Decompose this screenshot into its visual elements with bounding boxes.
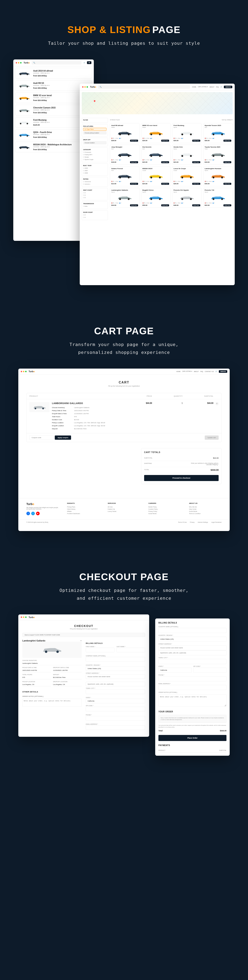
footer-link[interactable]: Social Media (189, 510, 222, 512)
book-button[interactable]: Book Now (192, 183, 200, 185)
book-button[interactable]: Book Now (192, 204, 200, 206)
coupon-input[interactable] (29, 435, 54, 440)
remove-button[interactable]: ✕ (215, 402, 219, 405)
nav-about[interactable]: ABOUT (210, 86, 214, 88)
state-select[interactable]: California (158, 668, 192, 673)
list-item[interactable]: Audi 2019 A4 allroad ★★★★★ · 100% trip ★… (15, 68, 92, 79)
filter-dropoff[interactable]: Choose location (83, 141, 106, 144)
coupon-banner[interactable]: Have a coupon? CLICK HERE TO ENTER YOUR … (22, 633, 145, 637)
car-card[interactable]: Toyota Tacoma 2023Truck ⛽ 90L⚙ Auto👥 4 $… (203, 145, 233, 165)
footer-link[interactable]: Client History (67, 508, 100, 510)
car-card[interactable]: Subaru ForrestSUV ⛽ 90L⚙ Auto👥 4 $12.00B… (110, 166, 139, 186)
filter-pickup2[interactable]: Choose pickup location (83, 131, 106, 134)
car-card[interactable]: Audi R8 allroadSedan ⛽ 90L⚙ Auto👥 4 $28.… (110, 123, 139, 143)
footer-link[interactable]: Cookies Policy (148, 508, 181, 510)
book-button[interactable]: Book Now (223, 140, 231, 142)
country-select[interactable]: United States (US) (158, 636, 226, 642)
filter-pickup[interactable]: Co Type Place (83, 128, 106, 131)
filter-category[interactable]: ☐ Crossover (83, 151, 106, 154)
nav-listing[interactable]: CAR LISTING ▾ (198, 86, 208, 88)
book-button[interactable]: Book Now (130, 140, 138, 142)
footer-link[interactable]: Frontend Dashboard (67, 512, 100, 515)
apply-coupon-button[interactable]: Apply coupon (55, 436, 71, 440)
nav-faq[interactable]: FAQ (216, 86, 219, 88)
footer-link[interactable]: Who We Are (189, 506, 222, 508)
footer-link[interactable]: Terms & Condition (189, 512, 222, 515)
twitter-icon[interactable]: t (31, 512, 35, 515)
car-card[interactable]: Bugatti ChironSports ⛽ 90L⚙ Auto👥 4 $50.… (141, 188, 171, 208)
phone-input[interactable] (158, 676, 226, 681)
cart-icon[interactable]: 🛒 (215, 371, 217, 372)
book-button[interactable]: Book Now (130, 204, 138, 206)
car-card[interactable]: Ford MustangSports ⛽ 90L⚙ Auto👥 4 $20.00… (172, 123, 202, 143)
footer-link[interactable]: Pricing Plans (67, 506, 100, 508)
item-qty[interactable]: 1 (152, 402, 183, 404)
sort-dropdown[interactable]: Sort by: Default ▾ (222, 119, 233, 121)
car-card[interactable]: Porsche 911 SpyderSports ⛽ 90L⚙ Auto👥 4 … (172, 188, 202, 208)
filter-category[interactable]: ☐ Sedan (83, 156, 106, 158)
book-button[interactable]: Book Now (130, 183, 138, 185)
car-card[interactable]: Lexus 5e CoupeCoupe ⛽ 90L⚙ Auto👥 4 $28.0… (172, 166, 202, 186)
calc-shipping-link[interactable]: Calculate Shipping › (206, 464, 219, 465)
search-bar[interactable]: 🔍 (32, 61, 82, 65)
footer-link[interactable]: Interest-Settings (197, 522, 208, 523)
footer-link[interactable]: Luxury Sedan (108, 510, 140, 512)
car-card[interactable]: Hyundai Tucson 2023SUV ⛽ 90L⚙ Auto👥 4 $3… (203, 123, 233, 143)
city-input[interactable] (158, 659, 226, 664)
nav-home[interactable]: HOME (192, 86, 196, 88)
book-button[interactable]: Book Now (223, 161, 231, 163)
nav-listing[interactable]: CAR LISTING ▾ (182, 371, 192, 372)
footer-link[interactable]: All Cars (108, 506, 140, 508)
car-card[interactable]: Lamborghini GallardoSports ⛽ 90L⚙ Auto👥 … (110, 188, 139, 208)
footer-link[interactable]: Affiliate (67, 510, 100, 512)
book-button[interactable]: Book Now (192, 161, 200, 163)
nav-home[interactable]: HOME (176, 371, 180, 372)
apt-input[interactable] (158, 650, 226, 655)
nav-contact[interactable]: CONTACT US (205, 371, 214, 372)
filter-category[interactable]: ☐ Family MPV (83, 154, 106, 156)
footer-link[interactable]: Mobile Policy (148, 506, 181, 508)
nav-faq[interactable]: FAQ (200, 371, 203, 372)
notes-textarea[interactable] (22, 699, 82, 707)
car-card[interactable]: M3G84 IXIOXCoupe ⛽ 90L⚙ Auto👥 4 $24.00Bo… (141, 166, 171, 186)
signin-button[interactable]: ⚙ (87, 61, 92, 64)
street-input[interactable] (158, 645, 226, 650)
footer-link[interactable]: Privacy (190, 522, 194, 523)
car-card[interactable]: Porsche 718Sports ⛽ 90L⚙ Auto👥 4 $32.00B… (203, 188, 233, 208)
signin-button[interactable]: SIGN IN (224, 86, 232, 88)
place-order-button[interactable]: Place Order (158, 735, 226, 741)
svg-point-45 (221, 198, 223, 200)
proceed-checkout-button[interactable]: Proceed to checkout (144, 475, 219, 481)
book-button[interactable]: Book Now (130, 161, 138, 163)
notes-textarea[interactable] (158, 694, 226, 706)
search-bar[interactable]: 🔍 (98, 85, 190, 89)
signin-button[interactable]: SIGN IN (219, 370, 227, 373)
car-card[interactable]: BMW X3 xcor tarudSedan ⛽ 90L⚙ Auto👥 4 $2… (141, 123, 171, 143)
footer-link[interactable]: Fastest Car (108, 508, 140, 510)
update-cart-button[interactable]: Update cart (205, 436, 219, 440)
filter-category[interactable]: ☐ Sports Coupe (83, 158, 106, 161)
book-button[interactable]: Book Now (161, 183, 169, 185)
map[interactable] (82, 92, 233, 114)
footer-link[interactable]: Legal Disclaimer (211, 522, 222, 523)
book-button[interactable]: Book Now (223, 183, 231, 185)
facebook-icon[interactable]: f (26, 512, 30, 515)
youtube-icon[interactable]: ▶ (36, 512, 39, 515)
email-input[interactable] (158, 685, 226, 690)
book-button[interactable]: Book Now (161, 140, 169, 142)
car-card[interactable]: Lamborghini HuracanSports ⛽ 90L⚙ Auto👥 4… (203, 166, 233, 186)
footer-link[interactable]: Help Center (189, 508, 222, 510)
book-button[interactable]: Book Now (223, 204, 231, 206)
footer-link[interactable]: Terms Of Use (178, 522, 187, 523)
book-button[interactable]: Book Now (161, 204, 169, 206)
car-card[interactable]: Honda CivicSedan ⛽ 90L⚙ Auto👥 4 $24.00Bo… (172, 145, 202, 165)
footer-link[interactable]: Social Media (148, 512, 181, 515)
zip-input[interactable] (193, 668, 226, 673)
book-button[interactable]: Book Now (161, 161, 169, 163)
book-button[interactable]: Book Now (192, 140, 200, 142)
company-input[interactable] (158, 628, 226, 633)
footer-link[interactable]: Privacy Policy (148, 510, 181, 512)
car-card[interactable]: Kia SorentoSUV ⛽ 90L⚙ Auto👥 4 $22.00Book… (141, 145, 171, 165)
nav-about[interactable]: ABOUT (194, 371, 199, 372)
car-card[interactable]: Jeep WranglerSUV ⛽ 90L⚙ Auto👥 4 $18.00Bo… (110, 145, 139, 165)
